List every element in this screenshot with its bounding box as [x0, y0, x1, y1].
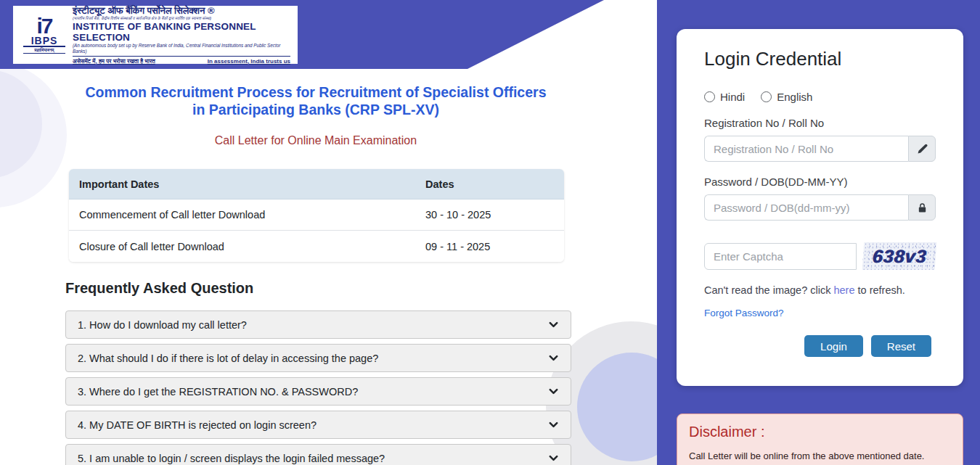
ibps-glyph-icon: i7	[23, 17, 65, 36]
captcha-image: 638v3	[862, 242, 937, 270]
column-header-important-dates: Important Dates	[69, 178, 425, 190]
faq-item-label: 5. I am unable to login / screen display…	[78, 453, 385, 464]
logo-tagline-hindi: असेसमेंट में, हम पर भरोसा रखता है भारत	[73, 58, 155, 65]
faq-item-4[interactable]: 4. My DATE OF BIRTH is rejected on login…	[65, 411, 571, 439]
language-selector: Hindi English	[704, 91, 936, 103]
chevron-down-icon[interactable]	[548, 419, 559, 430]
logo-hindi-subtitle: (भारतीय रिजर्व बैंक, केंद्रीय वित्तीय सं…	[73, 16, 290, 21]
disclaimer-heading: Disclaimer :	[689, 424, 951, 440]
ibps-logo-text: इंस्टीट्यूट ऑफ बैंकिंग पर्सोनेल सिलेक्शन…	[73, 5, 290, 65]
refresh-here-link[interactable]: here	[833, 284, 854, 296]
lock-icon[interactable]	[908, 194, 936, 221]
registration-input-group	[704, 136, 936, 162]
chevron-down-icon[interactable]	[548, 386, 559, 397]
faq-heading: Frequently Asked Question	[65, 280, 253, 297]
ibps-logo-mark-icon: i7 IBPS प्रज्ञाविभावनम्	[23, 17, 65, 54]
faq-item-3[interactable]: 3. Where do I get the REGISTRATION NO. &…	[65, 377, 571, 406]
page-title: Common Recruitment Process for Recruitme…	[65, 83, 566, 118]
logo-english-subtitle: (An autonomous body set up by Reserve Ba…	[73, 43, 290, 54]
page-subtitle: Call Letter for Online Main Examination	[65, 134, 566, 147]
password-label: Password / DOB(DD-MM-YY)	[704, 176, 936, 188]
logo-tagline-english: In assessment, India trusts us	[208, 58, 290, 65]
faq-item-label: 3. Where do I get the REGISTRATION NO. &…	[78, 386, 358, 398]
disclaimer-card: Disclaimer : Call Letter will be online …	[677, 413, 963, 465]
logo-hindi-title: इंस्टीट्यूट ऑफ बैंकिंग पर्सोनेल सिलेक्शन…	[73, 5, 290, 16]
faq-item-1[interactable]: 1. How do I download my call letter?	[65, 310, 571, 339]
radio-english-label: English	[777, 91, 812, 103]
login-buttons-row: Login Reset	[704, 335, 936, 357]
faq-item-label: 1. How do I download my call letter?	[78, 319, 247, 331]
row-closure-date: 09 - 11 - 2025	[425, 241, 564, 252]
table-row: Closure of Call letter Download 09 - 11 …	[69, 231, 564, 262]
login-button[interactable]: Login	[804, 335, 863, 357]
faq-item-2[interactable]: 2. What should I do if there is lot of d…	[65, 344, 571, 372]
captcha-refresh-line: Can't read the image? click here to refr…	[704, 284, 936, 296]
ibps-acronym: IBPS	[23, 36, 65, 47]
login-credential-card: Login Credential Hindi English Registrat…	[677, 29, 963, 386]
ibps-motto-hindi: प्रज्ञाविभावनम्	[23, 47, 65, 54]
reset-button[interactable]: Reset	[871, 335, 931, 357]
radio-hindi-label: Hindi	[720, 91, 745, 103]
radio-button-icon[interactable]	[704, 91, 715, 102]
table-row: Commencement of Call letter Download 30 …	[69, 199, 564, 231]
row-closure-label: Closure of Call letter Download	[69, 241, 425, 252]
refresh-text-before: Can't read the image? click	[704, 284, 830, 296]
radio-button-icon[interactable]	[761, 91, 772, 102]
row-commencement-date: 30 - 10 - 2025	[425, 209, 564, 221]
forgot-password-link[interactable]: Forgot Password?	[704, 308, 784, 318]
captcha-row: 638v3	[704, 242, 936, 270]
pencil-icon[interactable]	[908, 136, 936, 162]
chevron-down-icon[interactable]	[548, 353, 559, 363]
registration-input[interactable]	[704, 136, 908, 162]
column-header-dates: Dates	[425, 178, 564, 190]
faq-item-5[interactable]: 5. I am unable to login / screen display…	[65, 444, 571, 465]
logo-english-title: INSTITUTE OF BANKING PERSONNEL SELECTION	[73, 21, 290, 43]
login-title: Login Credential	[704, 48, 936, 70]
logo-tagline: असेसमेंट में, हम पर भरोसा रखता है भारत I…	[73, 56, 290, 65]
registration-label: Registration No / Roll No	[704, 117, 936, 129]
page-title-text: Common Recruitment Process for Recruitme…	[80, 83, 552, 118]
chevron-down-icon[interactable]	[548, 453, 559, 464]
chevron-down-icon[interactable]	[548, 319, 559, 330]
faq-list: 1. How do I download my call letter? 2. …	[65, 310, 571, 465]
faq-item-label: 4. My DATE OF BIRTH is rejected on login…	[78, 419, 317, 431]
table-header-row: Important Dates Dates	[69, 169, 564, 199]
row-commencement-label: Commencement of Call letter Download	[69, 209, 425, 221]
radio-hindi[interactable]: Hindi	[704, 91, 745, 103]
disclaimer-text: Call Letter will be online from the abov…	[689, 450, 951, 465]
radio-english[interactable]: English	[761, 91, 812, 103]
important-dates-table: Important Dates Dates Commencement of Ca…	[69, 169, 564, 262]
password-input[interactable]	[704, 194, 908, 221]
ibps-logo: i7 IBPS प्रज्ञाविभावनम् इंस्टीट्यूट ऑफ ब…	[13, 6, 298, 64]
captcha-input[interactable]	[704, 243, 857, 270]
refresh-text-after: to refresh.	[858, 284, 905, 296]
password-input-group	[704, 194, 936, 221]
faq-item-label: 2. What should I do if there is lot of d…	[78, 353, 378, 364]
